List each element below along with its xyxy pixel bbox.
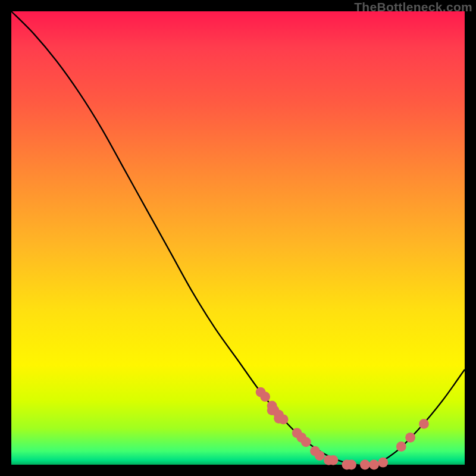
data-point [405,433,415,443]
data-point [278,414,289,424]
data-points [256,387,429,470]
data-point [328,455,339,465]
curve-layer [11,11,465,465]
data-point [419,419,429,429]
plot-gradient-area [11,11,465,465]
data-point [260,392,270,402]
data-point [369,460,379,470]
data-point [346,460,356,470]
data-point [360,460,370,470]
data-point [378,458,388,468]
chart-canvas: TheBottleneck.com [0,0,476,476]
data-point [396,441,406,452]
data-point [301,437,311,447]
bottleneck-curve [11,11,465,466]
data-point [315,450,325,461]
